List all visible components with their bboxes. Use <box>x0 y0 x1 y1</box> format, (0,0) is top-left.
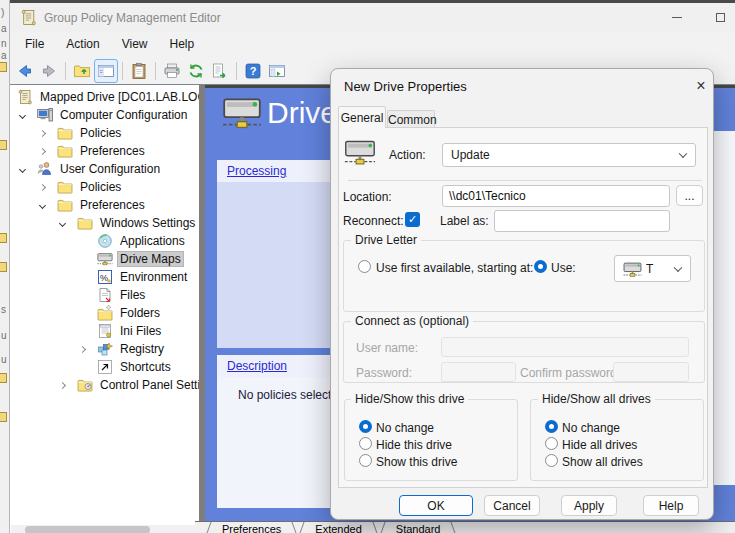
tree-item-preferences[interactable]: Preferences <box>36 142 199 160</box>
user-icon <box>37 161 53 177</box>
close-icon[interactable]: × <box>689 74 713 98</box>
show-console-tree-icon[interactable] <box>94 59 118 83</box>
up-one-level-icon[interactable] <box>70 59 94 83</box>
menu-bar: FileActionViewHelp <box>10 32 735 56</box>
radio-label: Hide all drives <box>562 438 637 452</box>
tree-item-policies[interactable]: Policies <box>36 124 199 142</box>
browse-button[interactable]: ... <box>676 185 703 206</box>
view-tab-extended[interactable]: Extended <box>298 522 378 533</box>
chevron-right-icon[interactable] <box>56 379 69 392</box>
tree-item-ini-files[interactable]: Ini Files <box>76 322 199 340</box>
menu-action[interactable]: Action <box>55 34 110 54</box>
folder-icon <box>0 140 7 150</box>
window-title: Group Policy Management Editor <box>44 11 221 25</box>
drive-letter-value: T <box>646 262 653 276</box>
help-icon[interactable]: ? <box>241 59 265 83</box>
location-label: Location: <box>343 190 392 204</box>
chevron-down-icon[interactable] <box>56 217 69 230</box>
ok-button[interactable]: OK <box>399 495 473 516</box>
tree-item-mapped-drive-dc01-lab-loca[interactable]: Mapped Drive [DC01.LAB.LOCA <box>10 88 199 106</box>
toolbar-separator <box>122 62 123 80</box>
chevron-down-icon <box>674 263 682 271</box>
paste-icon[interactable] <box>127 59 151 83</box>
tree-item-shortcuts[interactable]: Shortcuts <box>76 358 199 376</box>
label-as-input[interactable] <box>494 210 670 232</box>
background-text-fragment: a <box>1 51 7 61</box>
chevron-down-icon[interactable] <box>16 163 29 176</box>
background-text-fragment: n <box>1 39 7 49</box>
tree-item-user-configuration[interactable]: User Configuration <box>16 160 199 178</box>
radio-no-change[interactable] <box>359 420 372 433</box>
forward-icon[interactable] <box>37 59 61 83</box>
pane-splitter[interactable] <box>199 85 205 533</box>
tree-item-policies[interactable]: Policies <box>36 178 199 196</box>
tree-horizontal-scrollbar[interactable] <box>11 525 199 533</box>
help-button[interactable]: Help <box>643 495 699 516</box>
use-radio[interactable] <box>534 260 547 273</box>
radio-label: Hide this drive <box>376 438 452 452</box>
tree-item-environment[interactable]: %Environment <box>76 268 199 286</box>
back-icon[interactable] <box>13 59 37 83</box>
ini-files-icon <box>97 323 113 339</box>
processing-link[interactable]: Processing <box>227 164 286 178</box>
tree-item-windows-settings[interactable]: Windows Settings <box>56 214 199 232</box>
action-select[interactable]: Update <box>442 143 696 167</box>
toolbar-separator <box>65 62 66 80</box>
svg-text:?: ? <box>250 65 257 77</box>
print-icon[interactable] <box>160 59 184 83</box>
tree-item-applications[interactable]: Applications <box>76 232 199 250</box>
menu-file[interactable]: File <box>14 34 55 54</box>
tree-item-registry[interactable]: Registry <box>76 340 199 358</box>
expander-placeholder <box>76 271 89 284</box>
folder-icon <box>57 125 73 141</box>
view-tab-preferences[interactable]: Preferences <box>205 522 298 533</box>
new-window-icon[interactable] <box>265 59 289 83</box>
tree-item-label: Shortcuts <box>117 359 174 375</box>
divider <box>348 180 702 181</box>
chevron-down-icon[interactable] <box>16 109 29 122</box>
apply-button[interactable]: Apply <box>561 495 617 516</box>
scrollbar-thumb[interactable] <box>25 526 150 533</box>
files-icon <box>97 287 113 303</box>
background-text-fragment: a <box>1 24 7 34</box>
background-text-fragment: s <box>1 305 6 315</box>
radio-show-all-drives[interactable] <box>545 454 558 467</box>
tab-common[interactable]: Common <box>387 110 435 128</box>
menu-help[interactable]: Help <box>159 34 206 54</box>
minimize-button[interactable] <box>654 3 700 32</box>
tree-item-folders[interactable]: Folders <box>76 304 199 322</box>
chevron-right-icon[interactable] <box>76 343 89 356</box>
radio-show-this-drive[interactable] <box>359 454 372 467</box>
use-first-available-label: Use first available, starting at: <box>376 261 533 275</box>
user-name-input <box>441 337 689 357</box>
reconnect-checkbox[interactable]: ✓ <box>405 212 420 227</box>
chevron-right-icon[interactable] <box>36 127 49 140</box>
chevron-right-icon[interactable] <box>36 181 49 194</box>
radio-hide-this-drive[interactable] <box>359 437 372 450</box>
view-tab-standard[interactable]: Standard <box>379 522 458 533</box>
export-list-icon[interactable] <box>208 59 232 83</box>
tree-item-preferences[interactable]: Preferences <box>36 196 199 214</box>
description-link[interactable]: Description <box>227 359 287 373</box>
menu-view[interactable]: View <box>111 34 159 54</box>
cancel-button[interactable]: Cancel <box>484 495 540 516</box>
tree-item-control-panel-setting[interactable]: Control Panel Setting <box>56 376 199 394</box>
tab-general[interactable]: General <box>338 106 386 128</box>
tree-item-label: Folders <box>117 305 163 321</box>
use-first-available-radio[interactable] <box>358 260 371 273</box>
tree-item-label: Control Panel Setting <box>97 377 200 393</box>
tree-item-label: Mapped Drive [DC01.LAB.LOCA <box>37 89 200 105</box>
tree-item-computer-configuration[interactable]: Computer Configuration <box>16 106 199 124</box>
chevron-down-icon[interactable] <box>36 199 49 212</box>
title-bar: Group Policy Management Editor <box>10 3 735 32</box>
drive-icon <box>623 261 642 276</box>
tree-item-files[interactable]: Files <box>76 286 199 304</box>
location-input[interactable] <box>442 185 670 207</box>
radio-hide-all-drives[interactable] <box>545 437 558 450</box>
chevron-right-icon[interactable] <box>36 145 49 158</box>
drive-letter-select[interactable]: T <box>614 255 691 282</box>
tree-item-drive-maps[interactable]: Drive Maps <box>76 250 199 268</box>
maximize-button[interactable] <box>700 3 735 32</box>
radio-no-change[interactable] <box>545 420 558 433</box>
refresh-icon[interactable] <box>184 59 208 83</box>
